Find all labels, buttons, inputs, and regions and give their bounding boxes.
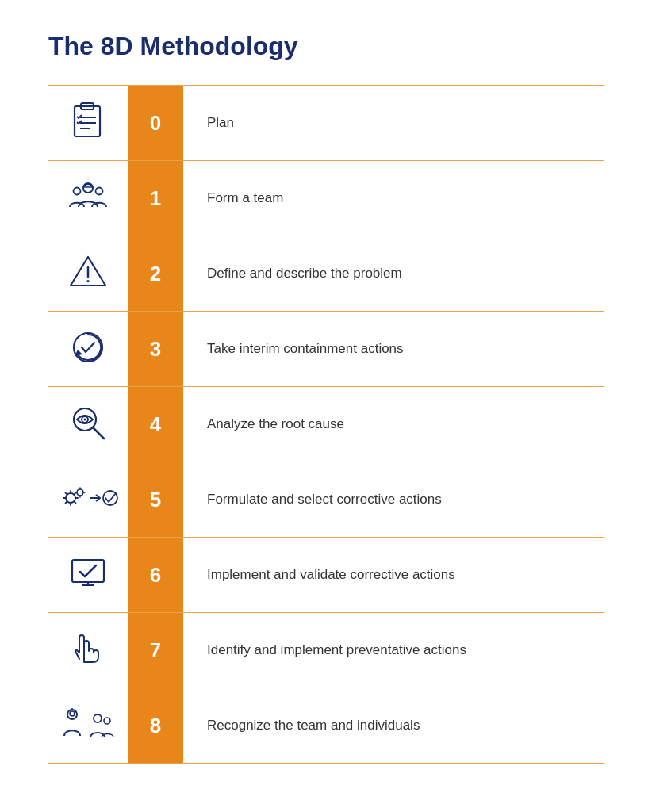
methodology-table: 0 Plan xyxy=(48,85,604,764)
svg-point-7 xyxy=(96,188,103,195)
step-number-1: 1 xyxy=(128,161,183,236)
step-label-1: Form a team xyxy=(183,161,604,236)
svg-point-29 xyxy=(104,718,110,724)
icon-cell-0 xyxy=(48,86,128,161)
recognize-icon xyxy=(56,703,120,745)
step-number-3: 3 xyxy=(128,312,183,387)
page-title: The 8D Methodology xyxy=(48,32,604,61)
icon-cell-7 xyxy=(48,613,128,688)
svg-point-11 xyxy=(87,280,90,282)
step-number-8: 8 xyxy=(128,688,183,764)
step-label-7: Identify and implement preventative acti… xyxy=(183,613,604,688)
icon-cell-4 xyxy=(48,387,128,462)
table-row: 6 Implement and validate corrective acti… xyxy=(48,538,604,613)
svg-point-12 xyxy=(74,333,102,362)
analyze-icon xyxy=(67,401,109,444)
plan-icon xyxy=(67,100,109,143)
svg-point-6 xyxy=(74,188,81,195)
implement-icon xyxy=(67,552,109,595)
step-number-4: 4 xyxy=(128,387,183,462)
icon-cell-3 xyxy=(48,312,128,387)
icon-cell-5 xyxy=(48,462,128,538)
table-row: 4 Analyze the root cause xyxy=(48,387,604,462)
table-row: 3 Take interim containment actions xyxy=(48,312,604,387)
icon-cell-6 xyxy=(48,538,128,613)
containment-icon xyxy=(67,326,109,369)
table-row: 5 Formulate and select corrective action… xyxy=(48,462,604,538)
corrective-formulate-icon xyxy=(56,477,120,519)
icon-cell-8 xyxy=(48,688,128,764)
icon-cell-2 xyxy=(48,236,128,312)
step-number-0: 0 xyxy=(128,86,183,161)
step-label-2: Define and describe the problem xyxy=(183,236,604,312)
step-label-0: Plan xyxy=(183,86,604,161)
page-container: The 8D Methodology xyxy=(48,32,604,764)
step-label-4: Analyze the root cause xyxy=(183,387,604,462)
step-number-7: 7 xyxy=(128,613,183,688)
warning-icon xyxy=(67,251,109,293)
step-number-5: 5 xyxy=(128,462,183,538)
icon-cell-1 xyxy=(48,161,128,236)
table-row: 2 Define and describe the problem xyxy=(48,236,604,312)
step-label-5: Formulate and select corrective actions xyxy=(183,462,604,538)
step-number-2: 2 xyxy=(128,236,183,312)
svg-rect-22 xyxy=(72,560,104,582)
svg-line-15 xyxy=(93,427,104,439)
svg-point-19 xyxy=(77,489,83,496)
team-icon xyxy=(67,175,109,218)
step-number-6: 6 xyxy=(128,538,183,613)
svg-point-28 xyxy=(94,714,102,722)
step-label-3: Take interim containment actions xyxy=(183,312,604,387)
step-label-8: Recognize the team and individuals xyxy=(183,688,604,764)
table-row: 0 Plan xyxy=(48,86,604,161)
step-label-6: Implement and validate corrective action… xyxy=(183,538,604,613)
table-row: 1 Form a team xyxy=(48,161,604,236)
svg-point-26 xyxy=(70,711,75,716)
preventative-icon xyxy=(67,627,109,670)
svg-rect-0 xyxy=(75,106,100,136)
table-row: 7 Identify and implement preventative ac… xyxy=(48,613,604,688)
table-row: 8 Recognize the team and individuals xyxy=(48,688,604,764)
svg-point-17 xyxy=(84,419,86,421)
